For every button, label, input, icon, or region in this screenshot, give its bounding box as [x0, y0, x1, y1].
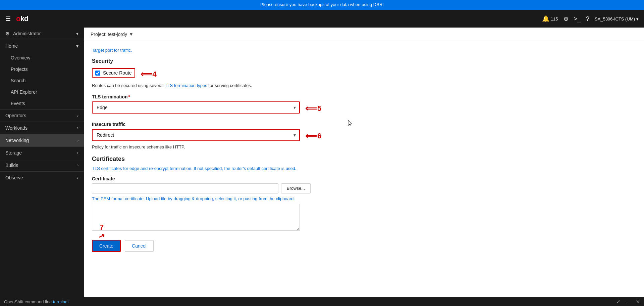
- create-button[interactable]: Create: [92, 240, 121, 252]
- sidebar-item-observe[interactable]: Observe ›: [0, 172, 84, 184]
- form-area: Target port for traffic. Security Secure…: [84, 41, 319, 259]
- cog-icon: ⚙: [5, 31, 10, 36]
- tls-termination-label: TLS termination*: [92, 94, 311, 99]
- sidebar-item-home[interactable]: Home ▾: [0, 40, 84, 52]
- certificate-input[interactable]: [92, 183, 278, 193]
- observe-label: Observe: [5, 175, 77, 180]
- cert-desc: TLS certificates for edge and re-encrypt…: [92, 165, 311, 172]
- search-label: Search: [11, 78, 25, 83]
- sidebar-networking-section: Networking ›: [0, 134, 84, 146]
- tls-select-wrapper: Edge Passthrough Re-encrypt ▾: [92, 101, 300, 114]
- operators-arrow-icon: ›: [77, 113, 78, 118]
- cancel-button[interactable]: Cancel: [125, 240, 154, 252]
- api-explorer-label: API Explorer: [11, 89, 37, 95]
- sidebar-item-builds[interactable]: Builds ›: [0, 159, 84, 171]
- tls-termination-field: TLS termination* Edge Passthrough Re-enc…: [92, 94, 311, 116]
- insecure-traffic-select[interactable]: None Allow Redirect: [92, 129, 300, 141]
- secure-route-checkbox-container: Secure Route: [92, 68, 135, 78]
- secure-route-checkbox[interactable]: [95, 71, 100, 76]
- project-label: Project: test-jordy: [91, 32, 127, 37]
- sidebar-item-search[interactable]: Search: [0, 75, 84, 86]
- sidebar-item-api-explorer[interactable]: API Explorer: [0, 86, 84, 98]
- insecure-traffic-desc: Policy for traffic on insecure schemes l…: [92, 144, 311, 149]
- tls-termination-select[interactable]: Edge Passthrough Re-encrypt: [92, 101, 300, 114]
- home-label: Home: [5, 43, 18, 49]
- sidebar-observe-section: Observe ›: [0, 171, 84, 184]
- logo-text: okd: [16, 14, 28, 23]
- workloads-label: Workloads: [5, 125, 77, 131]
- sidebar-item-networking[interactable]: Networking ›: [0, 134, 84, 146]
- sidebar-item-workloads[interactable]: Workloads ›: [0, 122, 84, 134]
- insecure-select-row: None Allow Redirect ▾ ⟸ 6: [92, 129, 311, 143]
- user-menu[interactable]: SA_5396-ICTS (UM) ▾: [595, 16, 639, 21]
- events-label: Events: [11, 101, 25, 106]
- callout-7-number: 7: [100, 223, 104, 232]
- networking-arrow-icon: ›: [77, 138, 78, 143]
- top-banner: Please ensure you have backups of your d…: [0, 0, 644, 10]
- certificate-input-row: Browse...: [92, 183, 311, 193]
- projects-label: Projects: [11, 67, 28, 72]
- tls-link[interactable]: TLS termination types: [165, 83, 207, 88]
- operators-label: Operators: [5, 113, 77, 118]
- app-body: ⚙ Administrator ▾ Home ▾ Overview Projec…: [0, 28, 644, 297]
- home-arrow-icon: ▾: [76, 43, 78, 49]
- main-content: Project: test-jordy ▾ Target port for tr…: [84, 28, 644, 297]
- sidebar-administrator-label: Administrator: [13, 31, 41, 36]
- header-actions: 🔔 115 ⊕ >_ ? SA_5396-ICTS (UM) ▾: [542, 15, 639, 23]
- project-dropdown-button[interactable]: ▾: [130, 31, 132, 37]
- networking-label: Networking: [5, 138, 77, 143]
- secure-route-row: Secure Route ⟸ 4: [92, 68, 311, 80]
- callout-5: ⟸ 5: [305, 104, 321, 113]
- terminal-icon[interactable]: >_: [574, 15, 581, 23]
- notifications-count: 115: [551, 16, 558, 21]
- sidebar-item-administrator[interactable]: ⚙ Administrator ▾: [0, 28, 84, 40]
- tls-select-row: Edge Passthrough Re-encrypt ▾ ⟸ 5: [92, 101, 311, 116]
- workloads-arrow-icon: ›: [77, 126, 78, 130]
- username: SA_5396-ICTS (UM): [595, 16, 635, 21]
- logo-o: o: [16, 14, 20, 23]
- sidebar-storage-section: Storage ›: [0, 146, 84, 159]
- sidebar-item-storage[interactable]: Storage ›: [0, 147, 84, 159]
- insecure-traffic-label: Insecure traffic: [92, 122, 311, 127]
- banner-text: Please ensure you have backups of your d…: [260, 2, 384, 7]
- target-port-info: Target port for traffic.: [92, 48, 311, 53]
- callout-4: ⟸ 4: [141, 70, 157, 79]
- sidebar-workloads-section: Workloads ›: [0, 122, 84, 134]
- builds-arrow-icon: ›: [77, 163, 78, 168]
- callout-6: ⟸ 6: [305, 131, 321, 141]
- sidebar-item-operators[interactable]: Operators ›: [0, 110, 84, 122]
- sidebar-home-section: Home ▾ Overview Projects Search API Expl…: [0, 40, 84, 109]
- storage-label: Storage: [5, 150, 77, 156]
- form-button-row: 7 ↙ Create Cancel: [92, 240, 311, 252]
- logo-rest: kd: [20, 14, 28, 23]
- security-desc: Routes can be secured using several TLS …: [92, 83, 311, 88]
- certificates-section: Certificates TLS certificates for edge a…: [92, 156, 311, 232]
- browse-button[interactable]: Browse...: [281, 183, 311, 193]
- sidebar-item-projects[interactable]: Projects: [0, 63, 84, 75]
- sidebar: ⚙ Administrator ▾ Home ▾ Overview Projec…: [0, 28, 84, 297]
- secure-route-label[interactable]: Secure Route: [103, 70, 132, 76]
- certificates-title: Certificates: [92, 156, 311, 163]
- project-bar: Project: test-jordy ▾: [84, 28, 644, 41]
- builds-label: Builds: [5, 163, 77, 168]
- security-section: Security Secure Route ⟸ 4 Routes can be …: [92, 58, 311, 88]
- notifications-area[interactable]: 🔔 115: [542, 15, 558, 23]
- callout-7-annotation: 7 ↙: [99, 223, 105, 241]
- cert-hint: The PEM format certificate. Upload file …: [92, 196, 311, 201]
- help-icon[interactable]: ?: [586, 15, 589, 23]
- sidebar-item-events[interactable]: Events: [0, 98, 84, 109]
- header: ☰ okd 🔔 115 ⊕ >_ ? SA_5396-ICTS (UM) ▾: [0, 10, 644, 28]
- certificate-label: Certificate: [92, 176, 311, 181]
- insecure-select-wrapper: None Allow Redirect ▾: [92, 129, 300, 141]
- add-icon[interactable]: ⊕: [564, 15, 569, 23]
- logo: okd: [16, 14, 28, 23]
- sidebar-builds-section: Builds ›: [0, 159, 84, 171]
- cert-textarea[interactable]: [92, 204, 300, 231]
- sidebar-item-overview[interactable]: Overview: [0, 52, 84, 63]
- sidebar-operators-section: Operators ›: [0, 109, 84, 122]
- hamburger-menu[interactable]: ☰: [5, 15, 11, 23]
- storage-arrow-icon: ›: [77, 150, 78, 155]
- overview-label: Overview: [11, 55, 30, 60]
- security-title: Security: [92, 58, 311, 64]
- required-indicator: *: [128, 94, 130, 99]
